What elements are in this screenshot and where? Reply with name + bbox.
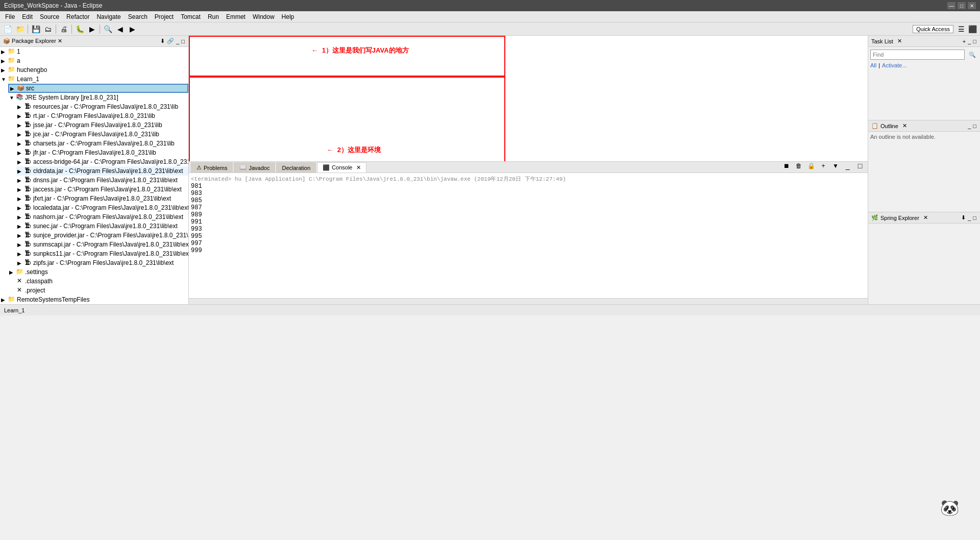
expand-arrow-zipfs[interactable]: ▶ <box>17 260 23 266</box>
expand-arrow-nashorn[interactable]: ▶ <box>17 214 23 220</box>
expand-arrow-remote[interactable]: ▶ <box>1 297 7 303</box>
expand-arrow-jaccess[interactable]: ▶ <box>17 187 23 192</box>
expand-arrow-huchengbo[interactable]: ▶ <box>1 67 7 73</box>
task-list-search-button[interactable]: 🔍 <box>967 49 978 60</box>
tab-declaration[interactable]: Declaration <box>276 162 316 173</box>
menu-refactor[interactable]: Refactor <box>63 12 92 21</box>
toolbar-icons[interactable]: ⬛ <box>967 23 978 35</box>
tab-console[interactable]: ⬛ Console ✕ <box>317 162 366 173</box>
console-scroll-lock[interactable]: 🔒 <box>805 160 817 171</box>
expand-arrow-charsets[interactable]: ▶ <box>17 141 23 146</box>
task-list-search-input[interactable] <box>870 50 965 60</box>
tree-item-jaccess[interactable]: ▶ 🗜 jaccess.jar - C:\Program Files\Java\… <box>16 185 188 194</box>
menu-project[interactable]: Project <box>152 12 177 21</box>
minimize-button[interactable]: — <box>947 2 955 9</box>
expand-arrow-sunjce[interactable]: ▶ <box>17 233 23 238</box>
console-stop[interactable]: ⏹ <box>781 160 792 171</box>
spring-minimize[interactable]: _ <box>967 214 971 222</box>
menu-run[interactable]: Run <box>205 12 222 21</box>
tree-item-charsets[interactable]: ▶ 🗜 charsets.jar - C:\Program Files\Java… <box>16 139 188 148</box>
spring-collapse[interactable]: ⬇ <box>961 214 966 222</box>
tree-item-settings[interactable]: ▶ 📁 .settings <box>8 267 188 277</box>
quick-access-bar[interactable]: Quick Access <box>913 25 953 33</box>
menu-file[interactable]: File <box>2 12 18 21</box>
tree-item-classpath[interactable]: ▶ ✕ .classpath <box>8 277 188 286</box>
tree-item-project[interactable]: ▶ ✕ .project <box>8 286 188 295</box>
expand-arrow-src[interactable]: ▶ <box>10 86 16 91</box>
expand-arrow-jce[interactable]: ▶ <box>17 132 23 137</box>
panel-minimize[interactable]: _ <box>176 37 180 45</box>
expand-arrow-jsse[interactable]: ▶ <box>17 122 23 128</box>
expand-arrow-jfxrt[interactable]: ▶ <box>17 196 23 202</box>
toolbar-save[interactable]: 💾 <box>30 23 41 35</box>
expand-arrow-localedata[interactable]: ▶ <box>17 205 23 211</box>
menu-navigate[interactable]: Navigate <box>93 12 124 21</box>
console-new[interactable]: + <box>818 160 829 171</box>
toolbar-save-all[interactable]: 🗂 <box>42 23 54 35</box>
console-clear[interactable]: 🗑 <box>793 160 804 171</box>
expand-arrow-resources[interactable]: ▶ <box>17 104 23 110</box>
tree-item-zipfs[interactable]: ▶ 🗜 zipfs.jar - C:\Program Files\Java\jr… <box>16 258 188 267</box>
task-list-new[interactable]: + <box>962 38 966 45</box>
toolbar-open[interactable]: 📁 <box>14 23 26 35</box>
tree-item-jre[interactable]: ▼ 📚 JRE System Library [jre1.8.0_231] <box>8 93 188 102</box>
console-minimize[interactable]: _ <box>842 160 853 171</box>
tree-item-sunjce[interactable]: ▶ 🗜 sunjce_provider.jar - C:\Program Fil… <box>16 231 188 240</box>
menu-window[interactable]: Window <box>250 12 278 21</box>
expand-arrow-cldr[interactable]: ▶ <box>17 168 23 174</box>
outline-minimize[interactable]: _ <box>967 122 971 130</box>
tree-item-dnsns[interactable]: ▶ 🗜 dnsns.jar - C:\Program Files\Java\jr… <box>16 176 188 185</box>
expand-arrow-rt[interactable]: ▶ <box>17 113 23 119</box>
tree-item-learn1[interactable]: ▼ 📁 Learn_1 <box>0 75 188 84</box>
tree-item-jsse[interactable]: ▶ 🗜 jsse.jar - C:\Program Files\Java\jre… <box>16 120 188 130</box>
toolbar-run[interactable]: ▶ <box>86 23 97 35</box>
tree-item-rt[interactable]: ▶ 🗜 rt.jar - C:\Program Files\Java\jre1.… <box>16 111 188 120</box>
expand-arrow-dnsns[interactable]: ▶ <box>17 178 23 183</box>
expand-arrow-jre[interactable]: ▼ <box>9 95 15 101</box>
expand-arrow-learn1[interactable]: ▼ <box>1 77 7 82</box>
tree-item-sunmscapi[interactable]: ▶ 🗜 sunmscapi.jar - C:\Program Files\Jav… <box>16 240 188 249</box>
panel-link[interactable]: 🔗 <box>166 37 175 45</box>
menu-edit[interactable]: Edit <box>19 12 36 21</box>
tree-item-cldrdata[interactable]: ▶ 🗜 cldrdata.jar - C:\Program Files\Java… <box>16 166 188 176</box>
tree-item-sunec[interactable]: ▶ 🗜 sunec.jar - C:\Program Files\Java\jr… <box>16 222 188 231</box>
tree-item-access-bridge[interactable]: ▶ 🗜 access-bridge-64.jar - C:\Program Fi… <box>16 157 188 166</box>
console-display-selected[interactable]: ▼ <box>830 160 841 171</box>
toolbar-debug[interactable]: 🐛 <box>74 23 85 35</box>
toolbar-perspectives[interactable]: ☰ <box>955 23 967 35</box>
tree-item-project-a[interactable]: ▶ 📁 a <box>0 56 188 65</box>
tree-item-remotesystems[interactable]: ▶ 📁 RemoteSystemsTempFiles <box>0 295 188 304</box>
maximize-button[interactable]: □ <box>958 2 966 9</box>
spring-maximize[interactable]: □ <box>972 214 977 222</box>
tree-item-nashorn[interactable]: ▶ 🗜 nashorn.jar - C:\Program Files\Java\… <box>16 212 188 222</box>
tree-item-jce[interactable]: ▶ 🗜 jce.jar - C:\Program Files\Java\jre1… <box>16 130 188 139</box>
toolbar-back[interactable]: ◀ <box>114 23 126 35</box>
expand-arrow-jfr[interactable]: ▶ <box>17 150 23 156</box>
expand-arrow-sunec[interactable]: ▶ <box>17 224 23 229</box>
menu-source[interactable]: Source <box>37 12 62 21</box>
expand-arrow-a[interactable]: ▶ <box>1 58 7 64</box>
tree-item-project-1[interactable]: ▶ 📁 1 <box>0 47 188 56</box>
panel-maximize[interactable]: □ <box>181 37 185 45</box>
tree-item-resources[interactable]: ▶ 🗜 resources.jar - C:\Program Files\Jav… <box>16 102 188 111</box>
tab-problems[interactable]: ⚠ Problems <box>191 162 233 173</box>
tree-item-huchengbo[interactable]: ▶ 📁 huchengbo <box>0 65 188 75</box>
tree-item-src[interactable]: ▶ 📦 src <box>8 84 188 93</box>
toolbar-print[interactable]: 🖨 <box>58 23 69 35</box>
toolbar-forward[interactable]: ▶ <box>127 23 138 35</box>
tab-javadoc[interactable]: 📖 Javadoc <box>234 162 275 173</box>
menu-emmet[interactable]: Emmet <box>223 12 249 21</box>
expand-arrow-sunmscapi[interactable]: ▶ <box>17 242 23 248</box>
expand-arrow-1[interactable]: ▶ <box>1 49 7 55</box>
panel-collapse[interactable]: ⬇ <box>160 37 165 45</box>
tree-item-sunpkcs11[interactable]: ▶ 🗜 sunpkcs11.jar - C:\Program Files\Jav… <box>16 249 188 258</box>
task-list-minimize[interactable]: _ <box>967 38 971 45</box>
filter-all[interactable]: All <box>870 62 876 68</box>
menu-tomcat[interactable]: Tomcat <box>178 12 204 21</box>
tree-item-localedata[interactable]: ▶ 🗜 localedata.jar - C:\Program Files\Ja… <box>16 203 188 212</box>
console-maximize[interactable]: □ <box>854 160 866 171</box>
task-list-maximize[interactable]: □ <box>972 38 977 45</box>
expand-arrow-access[interactable]: ▶ <box>17 159 23 165</box>
menu-help[interactable]: Help <box>279 12 298 21</box>
expand-arrow-sunpkcs11[interactable]: ▶ <box>17 251 23 257</box>
